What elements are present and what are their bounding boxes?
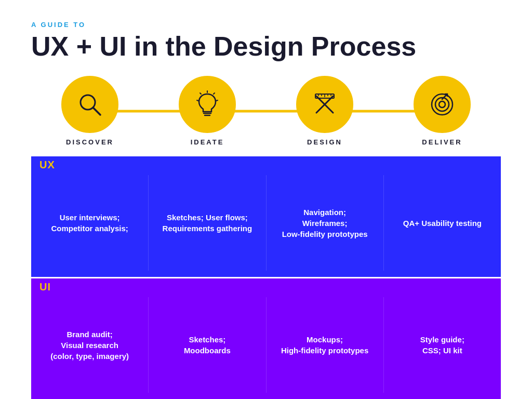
circle-discover: [61, 76, 118, 133]
main-title: UX + UI in the Design Process: [31, 32, 501, 61]
step-label-discover: DISCOVER: [66, 138, 114, 146]
page: A GUIDE TO UX + UI in the Design Process…: [0, 0, 532, 399]
svg-line-5: [214, 93, 215, 94]
ui-cell-3: Style guide;CSS; UI kit: [384, 297, 501, 393]
ui-label-row: UI: [31, 278, 501, 293]
lightbulb-icon: [192, 89, 223, 120]
ui-cell-2: Mockups;High-fidelity prototypes: [267, 297, 384, 393]
magnifier-icon: [74, 89, 105, 120]
step-label-ideate: IDEATE: [191, 138, 224, 146]
ui-cell-0: Brand audit;Visual research(color, type,…: [31, 297, 149, 393]
process-row: DISCOVER IDEATE: [31, 76, 501, 146]
circle-deliver: [414, 76, 471, 133]
circle-design: [296, 76, 353, 133]
ux-section: UX User interviews;Competitor analysis; …: [31, 156, 501, 277]
subtitle: A GUIDE TO: [31, 21, 501, 29]
ux-label-row: UX: [31, 156, 501, 171]
tools-icon: [309, 89, 340, 120]
step-deliver: DELIVER: [383, 76, 501, 146]
ui-badge: UI: [39, 281, 51, 293]
step-design: DESIGN: [266, 76, 383, 146]
ui-cell-1: Sketches;Moodboards: [149, 297, 266, 393]
circle-ideate: [179, 76, 236, 133]
step-label-design: DESIGN: [307, 138, 342, 146]
ux-content: User interviews;Competitor analysis; Ske…: [31, 171, 501, 277]
svg-line-7: [216, 100, 218, 101]
svg-line-8: [197, 100, 198, 101]
ui-section: UI Brand audit;Visual research(color, ty…: [31, 278, 501, 399]
step-ideate: IDEATE: [149, 76, 266, 146]
ux-cell-0: User interviews;Competitor analysis;: [31, 175, 149, 271]
ux-cell-1: Sketches; User flows;Requirements gather…: [149, 175, 266, 271]
svg-point-19: [439, 101, 445, 108]
sections-wrapper: UX User interviews;Competitor analysis; …: [31, 156, 501, 399]
ux-cell-2: Navigation;Wireframes;Low-fidelity proto…: [267, 175, 384, 271]
ux-cell-3: QA+ Usability testing: [384, 175, 501, 271]
step-label-deliver: DELIVER: [422, 138, 462, 146]
svg-line-6: [200, 93, 201, 94]
ux-badge: UX: [39, 159, 55, 171]
svg-line-1: [93, 108, 100, 115]
step-discover: DISCOVER: [31, 76, 149, 146]
ui-content: Brand audit;Visual research(color, type,…: [31, 293, 501, 399]
target-icon: [427, 89, 458, 120]
